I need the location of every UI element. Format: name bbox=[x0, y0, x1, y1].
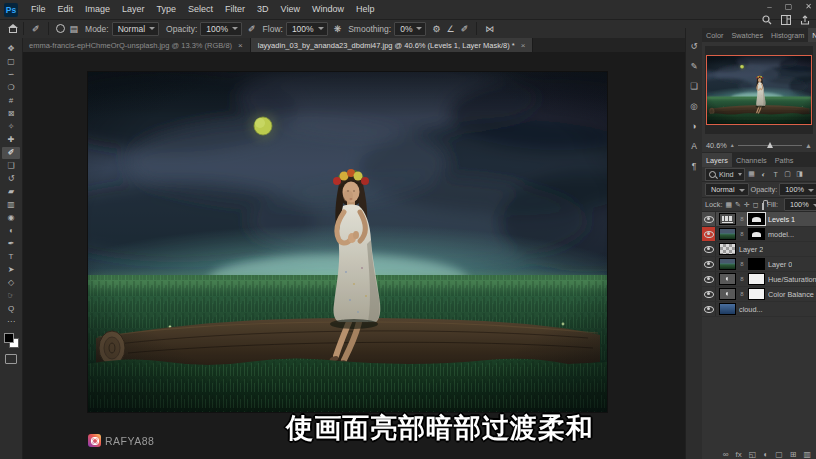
layer-mask-thumbnail[interactable] bbox=[748, 258, 765, 270]
history-panel-icon[interactable]: ↺ bbox=[687, 40, 701, 51]
menu-window[interactable]: Window bbox=[306, 0, 350, 19]
add-layer-mask-icon[interactable]: ◱ bbox=[749, 450, 757, 459]
link-layers-icon[interactable]: ∞ bbox=[723, 450, 729, 459]
tab-histogram[interactable]: Histogram bbox=[767, 28, 808, 42]
menu-view[interactable]: View bbox=[275, 0, 306, 19]
menu-image[interactable]: Image bbox=[79, 0, 116, 19]
workspace-switcher-icon[interactable] bbox=[781, 15, 791, 25]
blend-mode-select[interactable]: Normal bbox=[112, 22, 159, 36]
filter-type-layers-icon[interactable]: T bbox=[771, 171, 781, 178]
search-icon[interactable] bbox=[762, 15, 772, 25]
close-tab-icon[interactable]: × bbox=[238, 41, 243, 50]
clone-source-panel-icon[interactable]: ❏ bbox=[687, 80, 701, 91]
layer-thumbnail[interactable] bbox=[719, 303, 736, 315]
flow-select[interactable]: 100% bbox=[286, 22, 328, 36]
brush-preset-picker-icon[interactable] bbox=[56, 24, 65, 33]
lock-position-icon[interactable]: ✛ bbox=[744, 201, 750, 209]
layer-row-levels-1[interactable]: 8 Levels 1 bbox=[702, 212, 816, 227]
character-panel-icon[interactable]: A bbox=[687, 140, 701, 151]
pen-tool[interactable]: ✒ bbox=[2, 238, 20, 250]
zoom-in-icon[interactable]: ▲ bbox=[805, 142, 812, 149]
smoothing-gear-icon[interactable]: ⚙ bbox=[429, 24, 443, 34]
menu-filter[interactable]: Filter bbox=[219, 0, 251, 19]
layer-name[interactable]: Hue/Saturation 1 bbox=[768, 275, 816, 284]
lock-pixels-icon[interactable]: ✎ bbox=[735, 201, 741, 209]
layer-name[interactable]: model... bbox=[768, 230, 794, 239]
move-tool[interactable]: ✥ bbox=[2, 43, 20, 55]
properties-panel-icon[interactable]: ◎ bbox=[687, 100, 701, 111]
slider-thumb[interactable] bbox=[767, 142, 773, 148]
restore-button[interactable]: ▢ bbox=[785, 0, 793, 13]
adjustments-panel-icon[interactable]: ◑ bbox=[687, 120, 701, 131]
edit-toolbar-button[interactable]: ⋯ bbox=[2, 316, 20, 328]
clone-stamp-tool[interactable]: ❑ bbox=[2, 160, 20, 172]
menu-file[interactable]: File bbox=[25, 0, 52, 19]
eraser-tool[interactable]: ▰ bbox=[2, 186, 20, 198]
spot-healing-brush-tool[interactable]: ✚ bbox=[2, 134, 20, 146]
lock-transparency-icon[interactable]: ▦ bbox=[725, 201, 732, 209]
menu-type[interactable]: Type bbox=[151, 0, 183, 19]
filter-adjustment-layers-icon[interactable]: ◐ bbox=[759, 171, 769, 178]
layer-mask-thumbnail[interactable] bbox=[748, 273, 765, 285]
document-canvas[interactable] bbox=[88, 72, 607, 412]
dodge-tool[interactable]: ◖ bbox=[2, 225, 20, 237]
new-layer-icon[interactable]: ⊞ bbox=[790, 450, 797, 459]
menu-select[interactable]: Select bbox=[182, 0, 219, 19]
visibility-toggle[interactable] bbox=[702, 242, 716, 256]
tab-color[interactable]: Color bbox=[702, 28, 727, 42]
layer-row-model[interactable]: 8 model... bbox=[702, 227, 816, 242]
layer-style-icon[interactable]: fx bbox=[736, 450, 742, 459]
visibility-toggle[interactable] bbox=[702, 257, 716, 271]
layer-name[interactable]: Layer 0 bbox=[768, 260, 792, 269]
adjustment-thumbnail[interactable]: ◐ bbox=[719, 288, 736, 300]
blur-tool[interactable]: ◉ bbox=[2, 212, 20, 224]
brush-settings-panel-icon[interactable]: ✎ bbox=[687, 60, 701, 71]
new-adjustment-layer-icon[interactable]: ◐ bbox=[763, 450, 768, 459]
airbrush-icon[interactable]: ❋ bbox=[331, 24, 345, 34]
tab-layers[interactable]: Layers bbox=[702, 153, 732, 167]
tab-swatches[interactable]: Swatches bbox=[727, 28, 767, 42]
filter-kind-select[interactable]: Kind bbox=[705, 168, 745, 181]
quick-mask-icon[interactable] bbox=[5, 354, 17, 364]
lasso-tool[interactable]: ∽ bbox=[2, 69, 20, 81]
zoom-out-icon[interactable]: ▲ bbox=[730, 142, 735, 148]
tab-paths[interactable]: Paths bbox=[771, 153, 798, 167]
shape-tool[interactable]: ◇ bbox=[2, 277, 20, 289]
new-group-icon[interactable]: ▢ bbox=[775, 450, 783, 459]
layer-row-layer-2[interactable]: Layer 2 bbox=[702, 242, 816, 257]
eyedropper-tool[interactable]: ✧ bbox=[2, 121, 20, 133]
adjustment-thumbnail[interactable]: ◐ bbox=[719, 273, 736, 285]
close-button[interactable]: ✕ bbox=[805, 0, 812, 13]
layer-name[interactable]: Levels 1 bbox=[768, 215, 795, 224]
layer-row-layer-0[interactable]: 8 Layer 0 bbox=[702, 257, 816, 272]
layer-row-color-balance-1[interactable]: ◐ 8 Color Balance 1 bbox=[702, 287, 816, 302]
zoom-tool[interactable]: Q bbox=[2, 303, 20, 315]
doc-tab-layyadin[interactable]: layyadin_03_by_ananda23_dbdmi47.jpg @ 40… bbox=[251, 38, 534, 52]
layer-thumbnail[interactable] bbox=[719, 258, 736, 270]
opacity-select[interactable]: 100% bbox=[200, 22, 242, 36]
paragraph-panel-icon[interactable]: ¶ bbox=[687, 160, 701, 171]
smoothing-select[interactable]: 0% bbox=[394, 22, 426, 36]
layer-thumbnail[interactable] bbox=[719, 228, 736, 240]
visibility-toggle[interactable] bbox=[702, 212, 716, 226]
layer-name[interactable]: Layer 2 bbox=[739, 245, 763, 254]
zoom-slider[interactable] bbox=[738, 140, 802, 150]
brush-tool[interactable]: ✐ bbox=[2, 147, 20, 159]
tab-navigator[interactable]: Navigator bbox=[808, 28, 816, 42]
brush-settings-toggle-icon[interactable]: ▤ bbox=[67, 24, 82, 34]
visibility-toggle[interactable] bbox=[702, 272, 716, 286]
delete-layer-icon[interactable]: ▥ bbox=[803, 450, 811, 459]
lock-all-icon[interactable] bbox=[762, 203, 764, 210]
color-swatches[interactable] bbox=[4, 333, 19, 348]
doc-tab-emma[interactable]: emma-francis-epHChmeOrQ-unsplash.jpg @ 1… bbox=[22, 38, 251, 52]
visibility-toggle[interactable] bbox=[702, 227, 716, 241]
path-selection-tool[interactable]: ➤ bbox=[2, 264, 20, 276]
layer-row-cloud[interactable]: cloud... bbox=[702, 302, 816, 317]
marquee-tool[interactable]: ▢ bbox=[2, 56, 20, 68]
visibility-toggle[interactable] bbox=[702, 302, 716, 316]
close-tab-icon[interactable]: × bbox=[521, 41, 526, 50]
menu-help[interactable]: Help bbox=[350, 0, 381, 19]
frame-tool[interactable]: ⊠ bbox=[2, 108, 20, 120]
brush-tool-preset-icon[interactable]: ✐ bbox=[29, 24, 43, 34]
brush-angle-icon[interactable]: ∠ bbox=[444, 24, 458, 34]
